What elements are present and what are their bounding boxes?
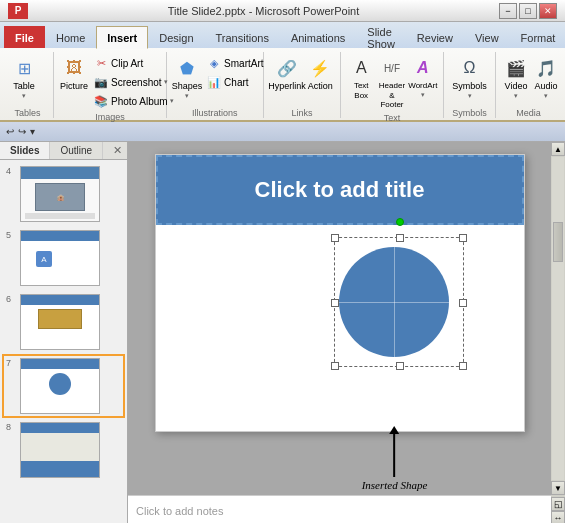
undo-button[interactable]: ↩ [6, 126, 14, 137]
picture-button[interactable]: 🖼 Picture [60, 54, 88, 93]
group-illustrations: ⬟ Shapes ▾ ◈ SmartArt 📊 Chart Illustrati… [169, 52, 263, 118]
panel-tabs: Slides Outline ✕ [0, 142, 127, 160]
images-group-label: Images [60, 110, 160, 122]
action-button[interactable]: ⚡ Action [306, 54, 334, 93]
handle-top-mid[interactable] [396, 234, 404, 242]
rotation-handle[interactable] [396, 218, 404, 226]
group-symbols: Ω Symbols ▾ Symbols [446, 52, 496, 118]
app-icon: P [8, 3, 28, 19]
slide-canvas[interactable]: Click to add title [155, 154, 525, 432]
arrow-shaft [394, 433, 396, 477]
tab-animations[interactable]: Animations [280, 26, 356, 48]
tab-transitions[interactable]: Transitions [205, 26, 280, 48]
maximize-button[interactable]: □ [519, 3, 537, 19]
group-text: A Text Box H/F Header & Footer A WordArt… [343, 52, 444, 118]
screenshot-button[interactable]: 📷 Screenshot ▾ [90, 73, 177, 91]
canvas-container: Click to add title [128, 142, 565, 523]
outline-tab[interactable]: Outline [50, 142, 103, 159]
symbols-group-label: Symbols [450, 106, 489, 118]
scroll-up-button[interactable]: ▲ [551, 142, 565, 156]
group-tables: ⊞ Table ▾ Tables [4, 52, 54, 118]
handle-mid-right[interactable] [459, 299, 467, 307]
quick-access-bar: ↩ ↪ ▾ [0, 122, 565, 142]
close-button[interactable]: ✕ [539, 3, 557, 19]
tab-view[interactable]: View [464, 26, 510, 48]
tables-group-label: Tables [8, 106, 47, 118]
canvas-area[interactable]: Click to add title [128, 142, 551, 523]
slide-item-7[interactable]: 7 [4, 356, 123, 416]
slide-number-8: 8 [6, 422, 16, 432]
window-controls: − □ ✕ [499, 3, 557, 19]
window-title: Title Slide2.pptx - Microsoft PowerPoint [28, 5, 499, 17]
tab-file[interactable]: File [4, 26, 45, 48]
slide-item-6[interactable]: 6 [4, 292, 123, 352]
slide-number-7: 7 [6, 358, 16, 368]
handle-bot-right[interactable] [459, 362, 467, 370]
slide-item-5[interactable]: 5 A [4, 228, 123, 288]
slide-list: 4 🏨 5 A [0, 160, 127, 523]
wordart-icon: A [411, 56, 435, 80]
slide-item-4[interactable]: 4 🏨 [4, 164, 123, 224]
clipart-button[interactable]: ✂ Clip Art [90, 54, 177, 72]
tab-format[interactable]: Format [510, 26, 565, 48]
tab-design[interactable]: Design [148, 26, 204, 48]
shapes-button[interactable]: ⬟ Shapes ▾ [173, 54, 201, 102]
slide-thumb-8 [20, 422, 100, 478]
fit-page-button[interactable]: ◱ [551, 497, 565, 511]
symbols-button[interactable]: Ω Symbols ▾ [450, 54, 489, 102]
slide-item-8[interactable]: 8 [4, 420, 123, 480]
tab-review[interactable]: Review [406, 26, 464, 48]
redo-button[interactable]: ↪ [18, 126, 26, 137]
ribbon-content: ⊞ Table ▾ Tables 🖼 Picture ✂ Clip Art [0, 48, 565, 120]
text-group-label: Text [347, 111, 437, 123]
group-media: 🎬 Video ▾ 🎵 Audio ▾ Media [498, 52, 561, 118]
tab-home[interactable]: Home [45, 26, 96, 48]
tab-insert[interactable]: Insert [96, 26, 148, 49]
handle-top-right[interactable] [459, 234, 467, 242]
table-icon: ⊞ [12, 56, 36, 80]
notes-bar[interactable]: Click to add notes [128, 495, 551, 523]
table-button[interactable]: ⊞ Table ▾ [8, 54, 40, 102]
wordart-button[interactable]: A WordArt ▾ [409, 54, 437, 101]
textbox-icon: A [349, 56, 373, 80]
slide-thumb-5: A [20, 230, 100, 286]
slide-number-6: 6 [6, 294, 16, 304]
smartart-icon: ◈ [206, 55, 222, 71]
slide-canvas-wrapper: Click to add title [128, 142, 551, 495]
handle-top-left[interactable] [331, 234, 339, 242]
slide-title-placeholder: Click to add title [255, 177, 425, 203]
header-footer-button[interactable]: H/F Header & Footer [377, 54, 406, 111]
fit-width-button[interactable]: ↔ [551, 511, 565, 523]
scroll-track[interactable] [552, 157, 564, 480]
shapes-icon: ⬟ [175, 56, 199, 80]
slide-panel: Slides Outline ✕ 4 🏨 5 [0, 142, 128, 523]
minimize-button[interactable]: − [499, 3, 517, 19]
action-icon: ⚡ [308, 56, 332, 80]
table-label: Table [13, 81, 35, 91]
scroll-down-button[interactable]: ▼ [551, 481, 565, 495]
smartart-button[interactable]: ◈ SmartArt [203, 54, 266, 72]
selection-box [334, 237, 464, 367]
handle-bot-left[interactable] [331, 362, 339, 370]
tab-slideshow[interactable]: Slide Show [356, 26, 406, 48]
annotation-label: Inserted Shape [362, 479, 428, 491]
textbox-button[interactable]: A Text Box [347, 54, 375, 102]
video-button[interactable]: 🎬 Video ▾ [502, 54, 530, 102]
panel-close-button[interactable]: ✕ [108, 142, 127, 159]
scroll-thumb[interactable] [553, 222, 563, 262]
handle-mid-left[interactable] [331, 299, 339, 307]
audio-button[interactable]: 🎵 Audio ▾ [532, 54, 560, 102]
hyperlink-button[interactable]: 🔗 Hyperlink [270, 54, 305, 93]
chart-button[interactable]: 📊 Chart [203, 73, 266, 91]
photoalbum-icon: 📚 [93, 93, 109, 109]
clipart-icon: ✂ [93, 55, 109, 71]
hyperlink-icon: 🔗 [275, 56, 299, 80]
slide-title-area[interactable]: Click to add title [156, 155, 524, 225]
slides-tab[interactable]: Slides [0, 142, 50, 159]
handle-bot-mid[interactable] [396, 362, 404, 370]
slide-number-4: 4 [6, 166, 16, 176]
links-group-label: Links [270, 106, 335, 118]
qa-more-button[interactable]: ▾ [30, 126, 35, 137]
photoalbum-button[interactable]: 📚 Photo Album ▾ [90, 92, 177, 110]
picture-icon: 🖼 [62, 56, 86, 80]
